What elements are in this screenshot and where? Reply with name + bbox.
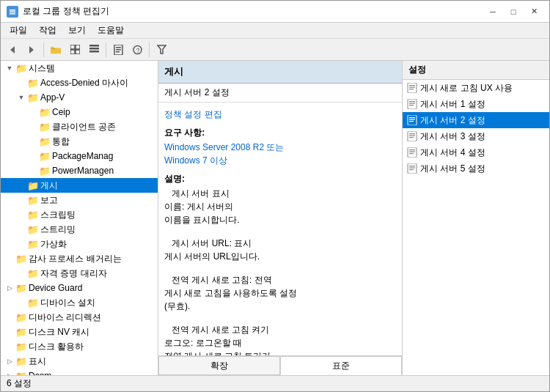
svg-rect-31 xyxy=(408,115,417,125)
node-label: Device Guard xyxy=(29,283,82,293)
node-label: 게시 xyxy=(40,180,58,192)
settings-item-icon-2 xyxy=(407,115,417,125)
back-button[interactable] xyxy=(4,41,21,59)
tree-node-virtual[interactable]: 📁 가상화 xyxy=(1,237,158,251)
svg-rect-10 xyxy=(76,45,80,49)
svg-rect-1 xyxy=(10,10,15,11)
title-bar: 로컬 그룹 정책 편집기 ─ □ ✕ xyxy=(1,1,549,23)
tree-node-report[interactable]: 📁 보고 xyxy=(1,193,158,207)
settings-item-5[interactable]: 게시 서버 5 설정 xyxy=(403,160,549,177)
view2-button[interactable] xyxy=(85,41,103,59)
forward-button[interactable] xyxy=(23,41,40,59)
expand-icon[interactable]: ▼ xyxy=(15,94,27,101)
settings-item-1[interactable]: 게시 서버 1 설정 xyxy=(403,96,549,112)
svg-rect-13 xyxy=(89,45,99,47)
toolbar: ? xyxy=(1,39,549,61)
tree-node-client-share[interactable]: 📁 클라이언트 공존 xyxy=(1,119,158,134)
folder-icon: 📁 xyxy=(27,297,39,308)
folder-icon: 📁 xyxy=(15,283,27,294)
tree-node-disk-nv[interactable]: 📁 디스크 NV 캐시 xyxy=(1,325,158,339)
svg-rect-11 xyxy=(70,50,75,54)
help-button[interactable]: ? xyxy=(128,41,146,59)
policy-edit-link[interactable]: 정책 설정 편집 xyxy=(164,109,222,119)
folder-icon: 📁 xyxy=(15,254,27,265)
tree-node-display[interactable]: ▷ 📁 표시 xyxy=(1,354,158,369)
settings-header: 설정 xyxy=(403,61,549,80)
policy-content[interactable]: 정책 설정 편집 요구 사항: Windows Server 2008 R2 또… xyxy=(158,103,402,355)
tree-node-scripting[interactable]: 📁 스크립팅 xyxy=(1,207,158,222)
folder-icon: 📁 xyxy=(39,151,51,162)
folder-button[interactable] xyxy=(47,41,65,59)
tree-node-device-guard[interactable]: ▷ 📁 Device Guard xyxy=(1,281,158,295)
svg-rect-34 xyxy=(409,121,414,122)
tree-node-streaming[interactable]: 📁 스트리밍 xyxy=(1,222,158,237)
tree-node-access-denied[interactable]: 📁 Access-Denied 마사이 xyxy=(1,75,158,90)
expand-icon[interactable]: ▷ xyxy=(4,358,15,365)
window-title: 로컬 그룹 정책 편집기 xyxy=(23,5,109,18)
tree-node-package[interactable]: 📁 PackageManag xyxy=(1,149,158,163)
expand-icon[interactable]: ▼ xyxy=(4,64,15,72)
svg-rect-35 xyxy=(408,131,417,141)
view1-button[interactable] xyxy=(66,41,84,59)
tree-node-disk-usage[interactable]: 📁 디스크 활용하 xyxy=(1,339,158,354)
tree-node-power[interactable]: 📁 PowerManagen xyxy=(1,163,158,178)
settings-item-4[interactable]: 게시 서버 4 설정 xyxy=(403,144,549,160)
menu-file[interactable]: 파일 xyxy=(4,23,33,38)
tab-standard[interactable]: 표준 xyxy=(280,356,402,375)
node-label: 감사 프로세스 배거리는 xyxy=(29,253,122,265)
tree-node-integration[interactable]: 📁 통합 xyxy=(1,134,158,149)
settings-item-icon-1 xyxy=(407,99,417,109)
folder-icon: 📁 xyxy=(39,107,51,118)
node-label: Ceip xyxy=(52,107,70,117)
node-label: Access-Denied 마사이 xyxy=(40,77,128,89)
settings-item-2[interactable]: 게시 서버 2 설정 xyxy=(403,112,549,128)
node-label: 디바이스 설치 xyxy=(40,297,95,309)
node-label: 통합 xyxy=(52,136,70,148)
maximize-button[interactable]: □ xyxy=(504,4,523,19)
policy-section-edit: 정책 설정 편집 xyxy=(164,108,396,121)
svg-rect-25 xyxy=(409,87,415,88)
tree-node-dcom[interactable]: ▷ 📁 Dcom xyxy=(1,369,158,375)
folder-icon: 📁 xyxy=(27,224,39,235)
svg-rect-18 xyxy=(116,49,121,51)
settings-item-icon-5 xyxy=(407,163,417,174)
svg-rect-44 xyxy=(409,166,415,166)
tree-panel[interactable]: ▼ 📁 시스템 📁 Access-Denied 마사이 ▼ 📁 App-V xyxy=(1,61,158,375)
settings-label-4: 게시 서버 4 설정 xyxy=(420,147,485,159)
settings-panel: 설정 게시 새로 고침 UX 사용 xyxy=(403,61,549,375)
menu-view[interactable]: 보기 xyxy=(62,23,92,38)
tab-extended[interactable]: 확장 xyxy=(158,356,280,375)
expand-icon[interactable]: ▷ xyxy=(4,284,15,292)
tree-node-notification[interactable]: 📁 게시 xyxy=(1,178,158,193)
settings-item-3[interactable]: 게시 서버 3 설정 xyxy=(403,128,549,144)
settings-label-3: 게시 서버 3 설정 xyxy=(420,130,485,143)
folder-icon: 📁 xyxy=(27,239,39,250)
close-button[interactable]: ✕ xyxy=(524,4,543,19)
folder-icon: 📁 xyxy=(27,195,39,206)
settings-item-0[interactable]: 게시 새로 고침 UX 사용 xyxy=(403,80,549,96)
menu-action[interactable]: 작업 xyxy=(33,23,62,38)
settings-item-icon-4 xyxy=(407,147,417,158)
tree-node-credential[interactable]: 📁 자격 증명 대리자 xyxy=(1,266,158,281)
tree-node-ceip[interactable]: 📁 Ceip xyxy=(1,105,158,119)
tree-node-device-redirect[interactable]: 📁 디바이스 리디렉션 xyxy=(1,310,158,325)
svg-marker-4 xyxy=(10,46,15,53)
folder-icon: 📁 xyxy=(27,78,39,89)
properties-button[interactable] xyxy=(109,41,127,59)
menu-help[interactable]: 도움말 xyxy=(92,23,130,38)
svg-rect-38 xyxy=(409,137,414,138)
tree-node-appv[interactable]: ▼ 📁 App-V xyxy=(1,90,158,105)
svg-rect-36 xyxy=(409,133,415,134)
policy-header: 게시 xyxy=(158,61,402,84)
policy-section-requirements: 요구 사항: Windows Server 2008 R2 또는Windows … xyxy=(164,127,396,167)
tree-node-system[interactable]: ▼ 📁 시스템 xyxy=(1,61,158,75)
svg-rect-33 xyxy=(409,119,415,120)
minimize-button[interactable]: ─ xyxy=(483,4,502,19)
tree-node-audit[interactable]: 📁 감사 프로세스 배거리는 xyxy=(1,251,158,266)
svg-marker-22 xyxy=(158,45,166,53)
settings-label-2: 게시 서버 2 설정 xyxy=(420,114,485,127)
svg-rect-17 xyxy=(116,47,121,48)
folder-icon: 📁 xyxy=(27,180,39,191)
filter-button[interactable] xyxy=(153,41,170,59)
tree-node-device-install[interactable]: 📁 디바이스 설치 xyxy=(1,295,158,310)
